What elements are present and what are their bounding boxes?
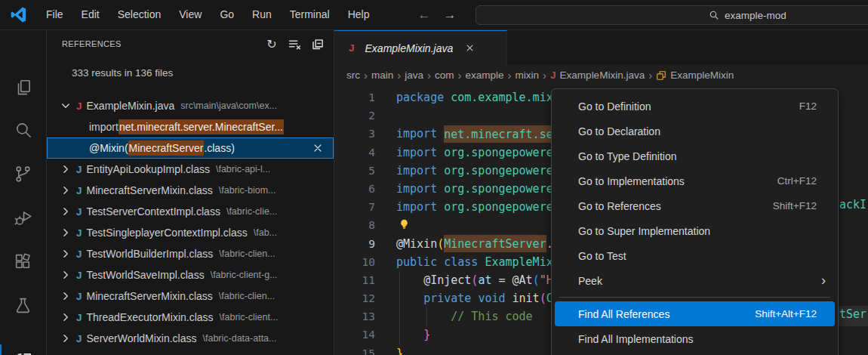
chevron-right-icon[interactable]: [60, 184, 72, 196]
menubar-item-view[interactable]: View: [170, 5, 211, 25]
chevron-right-icon[interactable]: [60, 332, 72, 344]
forward-arrow-icon[interactable]: →: [443, 8, 456, 23]
menubar-item-file[interactable]: File: [37, 5, 72, 25]
tree-file-minecraftservermixin-class[interactable]: JMinecraftServerMixin.class\fabric-biom.…: [47, 180, 334, 201]
menu-item-go-to-declaration[interactable]: Go to Declaration: [552, 119, 838, 144]
menu-item-peek[interactable]: Peek›: [552, 268, 838, 293]
file-path: \fabric-clien...: [219, 248, 275, 259]
line-number[interactable]: 2: [334, 106, 375, 125]
menu-item-find-all-references[interactable]: Find All ReferencesShift+Alt+F12: [555, 301, 835, 326]
breadcrumb-item-mixin[interactable]: mixin: [516, 69, 540, 81]
line-number[interactable]: 9: [334, 235, 375, 253]
tree-reference-row-selected[interactable]: @Mixin(MinecraftServer.class): [47, 137, 334, 159]
tab-examplemixin-java[interactable]: J ExampleMixin.java: [334, 30, 507, 65]
activity-bar: [0, 30, 47, 355]
collapse-all-button[interactable]: [308, 35, 326, 53]
breadcrumb-separator-icon: ›: [427, 69, 431, 81]
menubar-item-run[interactable]: Run: [243, 5, 281, 25]
chevron-down-icon[interactable]: [60, 100, 72, 112]
menu-item-shortcut: F12: [799, 100, 817, 112]
breadcrumb-item-examplemixin[interactable]: ExampleMixin: [656, 69, 734, 81]
menu-item-go-to-definition[interactable]: Go to DefinitionF12: [552, 94, 838, 119]
breadcrumb-item-examplemixin-java[interactable]: JExampleMixin.java: [550, 69, 645, 81]
activity-bar-item-run-debug[interactable]: [0, 199, 46, 236]
activity-bar-item-testing[interactable]: [0, 287, 46, 323]
activity-bar-item-source-control[interactable]: [0, 156, 46, 192]
breadcrumb-separator-icon: ›: [543, 69, 546, 81]
line-number[interactable]: 15: [334, 344, 375, 355]
menubar-item-terminal[interactable]: Terminal: [281, 5, 339, 25]
breadcrumb-item-main[interactable]: main: [371, 69, 393, 81]
breadcrumb-item-example[interactable]: example: [466, 69, 504, 81]
refresh-button[interactable]: ↻: [263, 35, 281, 53]
tree-file-testservercontextimpl-class[interactable]: JTestServerContextImpl.class\fabric-clie…: [47, 201, 334, 222]
menubar-item-selection[interactable]: Selection: [109, 5, 171, 25]
command-center[interactable]: example-mod: [476, 5, 868, 25]
line-number[interactable]: 13: [334, 307, 375, 326]
tree-reference-row[interactable]: import net.minecraft.server.MinecraftSer…: [47, 116, 334, 137]
menu-item-find-all-implementations[interactable]: Find All Implementations: [552, 326, 838, 351]
menu-item-go-to-implementations[interactable]: Go to ImplementationsCtrl+F12: [552, 168, 838, 193]
menu-item-shortcut: Ctrl+F12: [777, 175, 817, 187]
tree-file-entityapilookupimpl-class[interactable]: JEntityApiLookupImpl.class\fabric-api-l.…: [47, 159, 334, 180]
line-number[interactable]: 10: [334, 253, 375, 271]
menubar-item-edit[interactable]: Edit: [72, 5, 109, 25]
chevron-right-icon[interactable]: [60, 227, 72, 239]
line-number[interactable]: 1: [334, 88, 375, 106]
line-number[interactable]: 6: [334, 180, 375, 198]
menu-item-go-to-test[interactable]: Go to Test: [552, 243, 838, 268]
line-number[interactable]: 7: [334, 198, 375, 216]
chevron-right-icon[interactable]: [60, 248, 72, 260]
line-number[interactable]: 11: [334, 271, 375, 289]
tree-file-examplemixin-java[interactable]: JExampleMixin.javasrc\main\java\com\ex..…: [47, 95, 334, 116]
clear-results-button[interactable]: [285, 35, 303, 53]
menu-item-label: Go to References: [578, 200, 773, 212]
activity-bar-item-extensions[interactable]: [0, 243, 46, 279]
chevron-right-icon[interactable]: [60, 205, 72, 218]
menu-item-go-to-references[interactable]: Go to ReferencesShift+F12: [552, 193, 838, 218]
menu-item-go-to-type-definition[interactable]: Go to Type Definition: [552, 144, 838, 168]
tree-file-testworldbuilderimpl-class[interactable]: JTestWorldBuilderImpl.class\fabric-clien…: [47, 243, 334, 264]
close-icon[interactable]: [465, 43, 475, 53]
file-name: ExampleMixin.java: [87, 100, 175, 112]
breadcrumb-separator-icon: ›: [508, 69, 512, 81]
line-number[interactable]: 14: [334, 326, 375, 344]
activity-bar-item-references[interactable]: [0, 342, 46, 355]
breadcrumb-item-com[interactable]: com: [435, 69, 454, 81]
tree-file-partial[interactable]: J: [47, 349, 334, 355]
activity-bar-item-explorer[interactable]: [0, 69, 46, 106]
class-file-icon: J: [76, 270, 82, 281]
line-number[interactable]: 8: [334, 216, 375, 234]
menubar-item-help[interactable]: Help: [339, 5, 379, 25]
menubar-item-go[interactable]: Go: [211, 5, 243, 25]
breadcrumb-item-src[interactable]: src: [346, 69, 360, 81]
vscode-logo-icon: [11, 7, 26, 23]
debug-icon: [14, 208, 33, 227]
dismiss-reference-icon[interactable]: [312, 142, 324, 154]
tree-file-serverworldmixin-class[interactable]: JServerWorldMixin.class\fabric-data-atta…: [47, 328, 334, 349]
file-name: ServerWorldMixin.class: [87, 332, 197, 344]
menu-item-go-to-super-implementation[interactable]: Go to Super Implementation: [552, 218, 838, 243]
tree-file-testworldsaveimpl-class[interactable]: JTestWorldSaveImpl.class\fabric-client-g…: [47, 264, 334, 286]
chevron-right-icon[interactable]: [60, 163, 72, 175]
tree-file-minecraftservermixin-class[interactable]: JMinecraftServerMixin.class\fabric-clien…: [47, 286, 334, 307]
breadcrumb-separator-icon: ›: [458, 69, 462, 81]
file-path: \fabric-client...: [220, 312, 279, 323]
lightbulb-icon[interactable]: [399, 218, 410, 230]
chevron-right-icon[interactable]: [60, 311, 72, 323]
tree-file-threadexecutormixin-class[interactable]: JThreadExecutorMixin.class\fabric-client…: [47, 307, 334, 328]
back-arrow-icon[interactable]: ←: [417, 8, 430, 23]
chevron-right-icon[interactable]: [60, 269, 72, 281]
line-number[interactable]: 12: [334, 289, 375, 307]
chevron-right-icon[interactable]: [60, 290, 72, 302]
menu-item-label: Go to Implementations: [578, 175, 777, 187]
breadcrumb-item-java[interactable]: java: [405, 69, 423, 81]
code-text: }: [396, 344, 403, 355]
search-icon: [14, 120, 33, 140]
activity-bar-item-search[interactable]: [0, 112, 46, 148]
line-number[interactable]: 4: [334, 144, 375, 162]
line-number[interactable]: 5: [334, 162, 375, 180]
tree-file-testsingleplayercontextimpl-class[interactable]: JTestSingleplayerContextImpl.class\fab..…: [47, 222, 334, 243]
line-number[interactable]: 3: [334, 125, 375, 143]
indent-guide: [426, 307, 427, 326]
